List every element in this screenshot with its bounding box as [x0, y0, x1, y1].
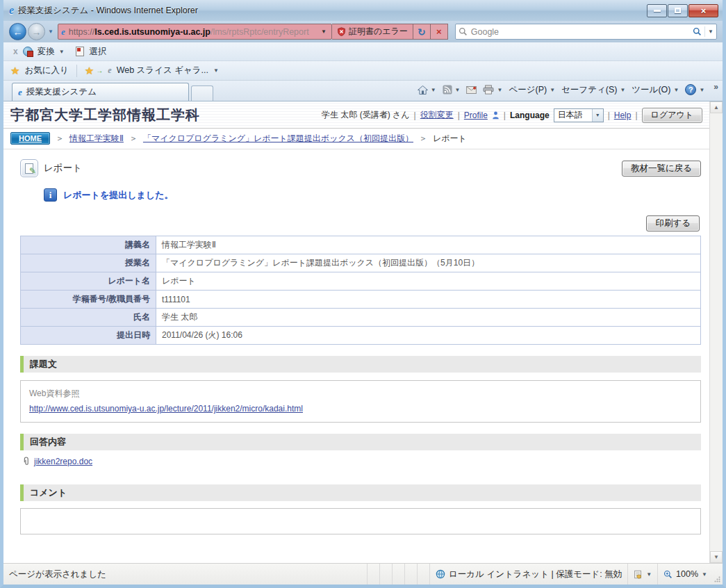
- home-button[interactable]: ▼: [418, 85, 436, 95]
- url-path: /lms/rptsRptc/entryReport: [211, 27, 309, 37]
- new-tab-button[interactable]: [191, 85, 213, 101]
- address-bar[interactable]: e https://ls.ced.is.utsunomiya-u.ac.jp/l…: [58, 24, 332, 40]
- close-icon: ×: [701, 6, 707, 15]
- scroll-down-button[interactable]: ▼: [710, 551, 723, 563]
- favorites-bar: ★ お気に入り ★ → e Web スライス ギャラ... ▼: [3, 61, 723, 81]
- zoom-level: 100%: [676, 569, 698, 579]
- close-button[interactable]: ×: [688, 4, 718, 17]
- resize-grip-icon: [714, 576, 720, 582]
- profile-link[interactable]: Profile: [464, 111, 488, 120]
- role-change-link[interactable]: 役割変更: [420, 109, 454, 121]
- back-button[interactable]: ←: [9, 23, 26, 40]
- breadcrumb-material-link[interactable]: 「マイクロプログラミング」レポート課題提出ボックス（初回提出版）: [143, 133, 413, 145]
- language-select[interactable]: 日本語 ▼: [554, 108, 604, 122]
- separator: |: [635, 111, 637, 120]
- status-message: ページが表示されました: [3, 564, 367, 585]
- breadcrumb-course-link[interactable]: 情報工学実験Ⅱ: [69, 133, 124, 145]
- forward-button[interactable]: →: [28, 23, 45, 40]
- home-breadcrumb-button[interactable]: HOME: [10, 132, 50, 145]
- refresh-button[interactable]: ↻: [413, 24, 431, 40]
- vertical-scrollbar[interactable]: ▲ ▼: [709, 101, 723, 563]
- webslice-gallery-button[interactable]: Web スライス ギャラ...: [117, 65, 208, 76]
- scroll-up-icon: ▲: [713, 104, 719, 111]
- stop-button[interactable]: ×: [431, 24, 448, 40]
- title-bar: e 授業支援システム - Windows Internet Explorer ×: [3, 0, 723, 21]
- row-value: 2011/04/26 (火) 16:06: [156, 327, 701, 345]
- info-icon: i: [44, 188, 57, 202]
- certificate-error-label: 証明書のエラー: [349, 26, 408, 38]
- separator: |: [504, 111, 506, 120]
- shield-error-icon: [337, 27, 346, 36]
- table-row: 講義名情報工学実験Ⅱ: [21, 236, 701, 254]
- read-mail-button[interactable]: [466, 86, 477, 94]
- convert-button[interactable]: 変換: [38, 46, 55, 58]
- ie-logo-icon: e: [9, 4, 14, 17]
- help-link[interactable]: Help: [614, 111, 632, 120]
- url-domain: ls.ced.is.utsunomiya-u.ac.jp: [94, 27, 211, 37]
- certificate-error-badge[interactable]: 証明書のエラー: [332, 24, 413, 40]
- feeds-button[interactable]: ▼: [443, 85, 461, 95]
- webslice-ie-icon: e: [108, 65, 111, 76]
- webslice-dropdown-icon[interactable]: ▼: [213, 67, 219, 74]
- attachment-link[interactable]: jikken2repo.doc: [34, 457, 92, 466]
- safety-menu-button[interactable]: セーフティ(S) ▼: [561, 84, 625, 96]
- add-favorite-star-icon[interactable]: ★: [85, 65, 94, 77]
- logout-button[interactable]: ログアウト: [642, 108, 702, 123]
- navigation-bar: ← → ▼ e https://ls.ced.is.utsunomiya-u.a…: [3, 21, 723, 42]
- row-label: 授業名: [21, 254, 156, 272]
- browser-window: e 授業支援システム - Windows Internet Explorer ×…: [0, 0, 726, 588]
- select-button[interactable]: 選択: [90, 46, 107, 58]
- tab-bar: e 授業支援システム ▼ ▼ ▼ ページ(P) ▼: [3, 81, 723, 101]
- favorites-button[interactable]: お気に入り: [24, 65, 68, 76]
- back-to-materials-button[interactable]: 教材一覧に戻る: [622, 161, 701, 177]
- recent-pages-dropdown[interactable]: ▼: [48, 28, 53, 35]
- status-segment: [404, 564, 417, 585]
- status-segment: [392, 564, 404, 585]
- assignment-content-box: Web資料参照 http://www.ced.is.utsunomiya-u.a…: [20, 380, 701, 423]
- pencil-icon: ✎: [29, 167, 36, 175]
- tab-active[interactable]: e 授業支援システム: [12, 83, 189, 101]
- zoom-segment[interactable]: 100% ▼: [657, 564, 713, 585]
- page-menu-dropdown-icon: ▼: [550, 87, 555, 93]
- assignment-link[interactable]: http://www.ced.is.utsunomiya-u.ac.jp/lec…: [29, 404, 303, 414]
- table-row: 授業名「マイクロプログラミング」レポート課題提出ボックス（初回提出版）（5月10…: [21, 254, 701, 272]
- breadcrumb-separator: ＞: [56, 133, 64, 145]
- search-options-dropdown[interactable]: ▼: [708, 28, 713, 35]
- search-input[interactable]: [471, 27, 693, 37]
- convert-dropdown-icon[interactable]: ▼: [59, 49, 65, 55]
- tools-menu-label: ツール(O): [632, 84, 670, 96]
- help-menu-button[interactable]: ? ▼: [685, 84, 704, 95]
- search-go-icon[interactable]: [693, 27, 702, 36]
- breadcrumb-separator: ＞: [129, 133, 138, 145]
- toolbar-close-icon[interactable]: x: [13, 47, 18, 56]
- resize-grip[interactable]: [713, 564, 723, 585]
- page-menu-button[interactable]: ページ(P) ▼: [509, 84, 555, 96]
- command-bar: ▼ ▼ ▼ ページ(P) ▼ セーフティ(S) ▼ ツール(O): [418, 81, 720, 101]
- report-details-table: 講義名情報工学実験Ⅱ 授業名「マイクロプログラミング」レポート課題提出ボックス（…: [20, 236, 701, 345]
- address-dropdown-icon[interactable]: ▼: [319, 28, 329, 35]
- row-value: 学生 太郎: [156, 309, 701, 327]
- site-title: 宇都宮大学工学部情報工学科: [10, 106, 200, 124]
- row-value: レポート: [156, 272, 701, 291]
- table-row: 学籍番号/教職員番号t111101: [21, 291, 701, 309]
- table-row: レポート名レポート: [21, 272, 701, 291]
- privacy-report-segment[interactable]: ▼: [627, 564, 657, 585]
- maximize-button[interactable]: [668, 4, 688, 17]
- row-label: 学籍番号/教職員番号: [21, 291, 156, 309]
- print-button[interactable]: 印刷する: [646, 215, 700, 231]
- intranet-globe-icon: [436, 569, 445, 579]
- toolbar-overflow-icon[interactable]: »: [713, 82, 718, 92]
- home-icon: [418, 85, 428, 95]
- search-box[interactable]: ▼: [455, 24, 717, 40]
- minimize-icon: [654, 10, 661, 12]
- status-bar: ページが表示されました ローカル イントラネット | 保護モード: 無効 ▼ 1…: [3, 563, 723, 585]
- minimize-button[interactable]: [647, 4, 667, 17]
- select-dropdown-icon: ▼: [592, 109, 603, 122]
- window-controls: ×: [646, 4, 718, 17]
- url-scheme: https://: [69, 27, 95, 37]
- scroll-up-button[interactable]: ▲: [710, 101, 723, 113]
- print-menu-button[interactable]: ▼: [483, 85, 502, 95]
- attachment-row: jikken2repo.doc: [20, 450, 701, 473]
- tools-menu-button[interactable]: ツール(O) ▼: [632, 84, 679, 96]
- row-value: 情報工学実験Ⅱ: [156, 236, 701, 254]
